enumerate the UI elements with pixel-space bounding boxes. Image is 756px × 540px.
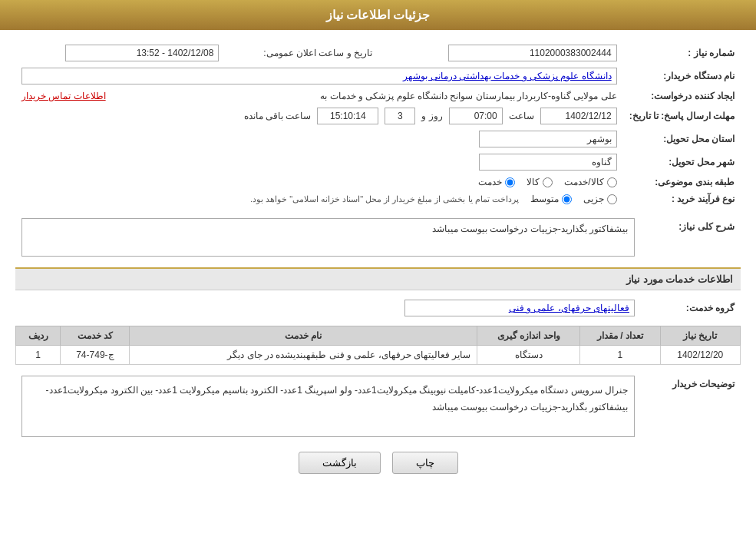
radio-partial-input[interactable]: [607, 194, 617, 204]
col-row-num: ردیف: [16, 326, 61, 346]
buyer-desc-table: توضیحات خریدار جنرال سرویس دستگاه میکرول…: [15, 373, 741, 440]
cell-service-name: سایر فعالیتهای حرفهای، علمی و فنی طبقهبن…: [130, 346, 477, 365]
category-label: طبقه بندی موضوعی:: [623, 174, 741, 190]
purchase-type-row: نوع فرآیند خرید : جزیی متوسط پرداخت: [15, 190, 741, 207]
reply-date-label: مهلت ارسال پاسخ: تا تاریخ:: [623, 104, 741, 128]
radio-medium-input[interactable]: [562, 194, 572, 204]
reply-date-input: 1402/12/12: [540, 108, 617, 124]
cell-service-code: ج-749-74: [61, 346, 130, 365]
purchase-note: پرداخت تمام یا بخشی از مبلغ خریدار از مح…: [250, 194, 519, 204]
province-label: استان محل تحویل:: [623, 128, 741, 151]
need-desc-table: شرح کلی نیاز: بیشفاکتور بگذارید-جزییات د…: [15, 215, 741, 260]
page-header: جزئیات اطلاعات نیاز: [0, 0, 756, 30]
creator-value: علی مولایی گناوه-کاربردار بیمارستان سوان…: [111, 91, 617, 101]
radio-goods-service[interactable]: کالا/خدمت: [564, 177, 616, 187]
buyer-name-label: نام دستگاه خریدار:: [623, 65, 741, 88]
remaining-label: ساعت باقی مانده: [244, 111, 312, 121]
need-number-value: 1102000383002444: [394, 41, 623, 65]
button-row: چاپ بازگشت: [15, 452, 741, 474]
remaining-time-input: 15:10:14: [317, 108, 378, 124]
buyer-desc-label: توضیحات خریدار: [641, 373, 741, 440]
radio-partial[interactable]: جزیی: [583, 194, 617, 204]
contact-link[interactable]: اطلاعات تماس خریدار: [21, 91, 106, 101]
need-number-input: 1102000383002444: [448, 45, 617, 61]
info-table: شماره نیاز : 1102000383002444 تاریخ و سا…: [15, 41, 741, 207]
page-title: جزئیات اطلاعات نیاز: [326, 8, 431, 22]
col-date: تاریخ نیاز: [660, 326, 740, 346]
radio-partial-label: جزیی: [583, 194, 604, 204]
reply-time-input: 07:00: [449, 108, 503, 124]
reply-days-input: 3: [385, 108, 415, 124]
purchase-type-label: نوع فرآیند خرید :: [623, 190, 741, 207]
creator-row: ایجاد کننده درخواست: علی مولایی گناوه-کا…: [15, 88, 741, 104]
radio-service-label: خدمت: [478, 177, 502, 187]
city-label: شهر محل تحویل:: [623, 151, 741, 174]
radio-goods-service-label: کالا/خدمت: [564, 177, 603, 187]
city-row: شهر محل تحویل: گناوه: [15, 151, 741, 174]
need-desc-label: شرح کلی نیاز:: [641, 215, 741, 260]
category-radio-group: کالا/خدمت کالا خدمت: [21, 177, 617, 187]
col-service-name: نام خدمت: [130, 326, 477, 346]
cell-quantity: 1: [580, 346, 660, 365]
buyer-desc-value: جنرال سرویس دستگاه میکرولایت1عدد-کامیلت …: [21, 376, 635, 437]
radio-goods-input[interactable]: [543, 177, 553, 187]
buyer-name-row: نام دستگاه خریدار: دانشگاه علوم پزشکی و …: [15, 65, 741, 88]
province-input: بوشهر: [479, 131, 617, 147]
cell-date: 1402/12/20: [660, 346, 740, 365]
radio-medium[interactable]: متوسط: [530, 194, 572, 204]
radio-service[interactable]: خدمت: [478, 177, 515, 187]
announcement-date-value: 1402/12/08 - 13:52: [15, 41, 225, 65]
purchase-type-group: جزیی متوسط پرداخت تمام یا بخشی از مبلغ خ…: [21, 194, 617, 204]
need-number-label: شماره نیاز :: [623, 41, 741, 65]
service-group-label: گروه خدمت:: [641, 297, 741, 320]
service-group-row: گروه خدمت: فعالیتهای حرفهای، علمی و فنی: [15, 297, 741, 320]
table-row: 1402/12/20 1 دستگاه سایر فعالیتهای حرفها…: [16, 346, 741, 365]
col-service-code: کد خدمت: [61, 326, 130, 346]
reply-days-label: روز و: [421, 111, 442, 121]
need-desc-value: بیشفاکتور بگذارید-جزییات درخواست بیوست م…: [21, 218, 635, 257]
services-section-header: اطلاعات خدمات مورد نیاز: [15, 267, 741, 290]
category-row: طبقه بندی موضوعی: کالا/خدمت کالا: [15, 174, 741, 190]
city-input: گناوه: [479, 154, 617, 171]
back-button[interactable]: بازگشت: [299, 452, 381, 474]
reply-date-row: مهلت ارسال پاسخ: تا تاریخ: 1402/12/12 سا…: [15, 104, 741, 128]
radio-goods-service-input[interactable]: [607, 177, 617, 187]
cell-row-num: 1: [16, 346, 61, 365]
announcement-date-input: 1402/12/08 - 13:52: [65, 45, 219, 61]
need-number-row: شماره نیاز : 1102000383002444 تاریخ و سا…: [15, 41, 741, 65]
buyer-name-value[interactable]: دانشگاه علوم پزشکی و خدمات بهداشتی درمان…: [21, 68, 617, 84]
radio-medium-label: متوسط: [530, 194, 559, 204]
service-group-value[interactable]: فعالیتهای حرفهای، علمی و فنی: [404, 300, 635, 316]
radio-service-input[interactable]: [505, 177, 515, 187]
need-desc-row: شرح کلی نیاز: بیشفاکتور بگذارید-جزییات د…: [15, 215, 741, 260]
col-quantity: تعداد / مقدار: [580, 326, 660, 346]
radio-goods[interactable]: کالا: [527, 177, 553, 187]
print-button[interactable]: چاپ: [392, 452, 458, 474]
province-row: استان محل تحویل: بوشهر: [15, 128, 741, 151]
announcement-date-label: تاریخ و ساعت اعلان عمومی:: [263, 48, 372, 58]
services-table: تاریخ نیاز تعداد / مقدار واحد اندازه گیر…: [15, 326, 741, 365]
service-group-table: گروه خدمت: فعالیتهای حرفهای، علمی و فنی: [15, 297, 741, 320]
col-unit: واحد اندازه گیری: [477, 326, 580, 346]
reply-time-label: ساعت: [509, 111, 534, 121]
cell-unit: دستگاه: [477, 346, 580, 365]
radio-goods-label: کالا: [527, 177, 540, 187]
creator-label: ایجاد کننده درخواست:: [623, 88, 741, 104]
services-table-header: تاریخ نیاز تعداد / مقدار واحد اندازه گیر…: [16, 326, 741, 346]
buyer-desc-row: توضیحات خریدار جنرال سرویس دستگاه میکرول…: [15, 373, 741, 440]
